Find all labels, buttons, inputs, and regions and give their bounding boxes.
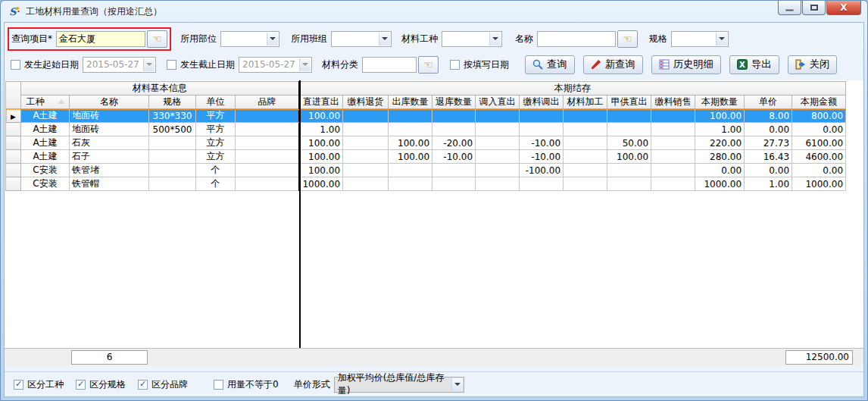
table-cell[interactable]: -10.00: [520, 136, 564, 150]
table-cell[interactable]: 800.00: [792, 109, 846, 123]
table-cell[interactable]: [607, 177, 651, 191]
table-row[interactable]: A土建石子立方100.00100.00-10.00-10.00100.00280…: [6, 150, 846, 164]
table-cell[interactable]: [432, 177, 476, 191]
table-cell[interactable]: 500*500: [149, 123, 196, 136]
by-fill-date-checkbox[interactable]: [450, 60, 460, 70]
table-cell[interactable]: [343, 123, 389, 136]
distinguish-worktype-checkbox[interactable]: [14, 380, 23, 390]
column-header-8[interactable]: 出库数量: [389, 96, 432, 109]
table-cell[interactable]: 100.00: [607, 150, 651, 164]
table-cell[interactable]: -10.00: [432, 150, 476, 164]
table-cell[interactable]: 27.73: [745, 136, 792, 150]
query-button[interactable]: 查询: [525, 55, 575, 74]
table-cell[interactable]: [149, 150, 196, 164]
table-cell[interactable]: 平方: [196, 123, 236, 136]
project-input[interactable]: [56, 31, 145, 47]
new-query-button[interactable]: 新查询: [583, 55, 643, 74]
table-cell[interactable]: [343, 177, 389, 191]
table-cell[interactable]: C安装: [21, 177, 70, 191]
table-cell[interactable]: 100.00: [389, 150, 432, 164]
column-header-5[interactable]: 品牌: [236, 96, 299, 109]
table-cell[interactable]: 0.00: [745, 123, 792, 136]
table-cell[interactable]: [564, 123, 607, 136]
column-header-12[interactable]: 材料加工: [564, 96, 607, 109]
table-cell[interactable]: [520, 109, 564, 123]
table-cell[interactable]: [432, 123, 476, 136]
table-cell[interactable]: [651, 136, 695, 150]
table-cell[interactable]: [564, 177, 607, 191]
table-cell[interactable]: [564, 136, 607, 150]
table-cell[interactable]: 铁管堵: [70, 164, 149, 177]
table-cell[interactable]: 铁管帽: [70, 177, 149, 191]
table-cell[interactable]: [149, 136, 196, 150]
table-cell[interactable]: 平方: [196, 109, 236, 123]
table-cell[interactable]: 1000.00: [299, 177, 343, 191]
table-cell[interactable]: 0.00: [695, 164, 745, 177]
table-cell[interactable]: 330*330: [149, 109, 196, 123]
table-cell[interactable]: [343, 164, 389, 177]
table-cell[interactable]: [343, 109, 389, 123]
table-cell[interactable]: 100.00: [299, 164, 343, 177]
team-combobox[interactable]: [331, 31, 392, 47]
table-cell[interactable]: [476, 136, 520, 150]
table-cell[interactable]: 0.00: [792, 123, 846, 136]
spec-combobox[interactable]: [671, 31, 729, 47]
table-cell[interactable]: 100.00: [299, 136, 343, 150]
minimize-button[interactable]: [778, 1, 801, 15]
table-cell[interactable]: 立方: [196, 136, 236, 150]
name-input[interactable]: [537, 31, 616, 47]
column-header-1[interactable]: 工种: [21, 96, 70, 109]
table-cell[interactable]: [520, 177, 564, 191]
table-cell[interactable]: [236, 109, 299, 123]
chevron-down-icon[interactable]: [143, 58, 155, 71]
table-cell[interactable]: 16.43: [745, 150, 792, 164]
table-cell[interactable]: [236, 177, 299, 191]
chevron-down-icon[interactable]: [267, 33, 278, 45]
category-input[interactable]: [362, 57, 417, 73]
table-cell[interactable]: 1000.00: [792, 177, 846, 191]
table-cell[interactable]: [520, 123, 564, 136]
table-cell[interactable]: 0.00: [792, 164, 846, 177]
table-cell[interactable]: [389, 177, 432, 191]
table-cell[interactable]: [607, 109, 651, 123]
end-date-checkbox[interactable]: [167, 60, 176, 70]
table-cell[interactable]: [149, 177, 196, 191]
column-header-6[interactable]: 直进直出: [299, 96, 343, 109]
table-cell[interactable]: A土建: [21, 123, 70, 136]
table-cell[interactable]: [651, 109, 695, 123]
distinguish-brand-checkbox[interactable]: [138, 380, 148, 390]
close-form-button[interactable]: 关闭: [788, 55, 838, 74]
column-header-13[interactable]: 甲供直出: [607, 96, 651, 109]
table-cell[interactable]: 4600.00: [792, 150, 846, 164]
table-cell[interactable]: [149, 164, 196, 177]
table-cell[interactable]: [564, 164, 607, 177]
table-cell[interactable]: [651, 164, 695, 177]
column-header-16[interactable]: 单价: [745, 96, 792, 109]
table-cell[interactable]: [236, 136, 299, 150]
table-cell[interactable]: [236, 164, 299, 177]
title-bar[interactable]: S 工地材料用量查询（按用途汇总） X: [1, 1, 867, 22]
close-button[interactable]: X: [826, 1, 861, 15]
table-cell[interactable]: [564, 150, 607, 164]
column-header-15[interactable]: 本期数量: [695, 96, 745, 109]
table-cell[interactable]: 8.00: [745, 109, 792, 123]
table-cell[interactable]: 6100.00: [792, 136, 846, 150]
project-picker-button[interactable]: ☜: [147, 30, 167, 48]
column-header-2[interactable]: 名称: [70, 96, 149, 109]
table-cell[interactable]: A土建: [21, 109, 70, 123]
table-cell[interactable]: 石灰: [70, 136, 149, 150]
table-cell[interactable]: 石子: [70, 150, 149, 164]
table-cell[interactable]: 100.00: [389, 136, 432, 150]
history-detail-button[interactable]: 历史明细: [651, 55, 721, 74]
table-cell[interactable]: [651, 150, 695, 164]
table-row[interactable]: A土建石灰立方100.00100.00-20.00-10.0050.00220.…: [6, 136, 846, 150]
table-row[interactable]: ▶A土建地面砖330*330平方100.00100.008.00800.00: [6, 109, 846, 123]
table-cell[interactable]: -10.00: [520, 150, 564, 164]
column-header-4[interactable]: 单位: [196, 96, 236, 109]
table-cell[interactable]: [476, 109, 520, 123]
table-cell[interactable]: [389, 164, 432, 177]
column-header-14[interactable]: 缴料销售: [651, 96, 695, 109]
table-cell[interactable]: 1.00: [299, 123, 343, 136]
table-cell[interactable]: [432, 164, 476, 177]
distinguish-spec-checkbox[interactable]: [76, 380, 86, 390]
